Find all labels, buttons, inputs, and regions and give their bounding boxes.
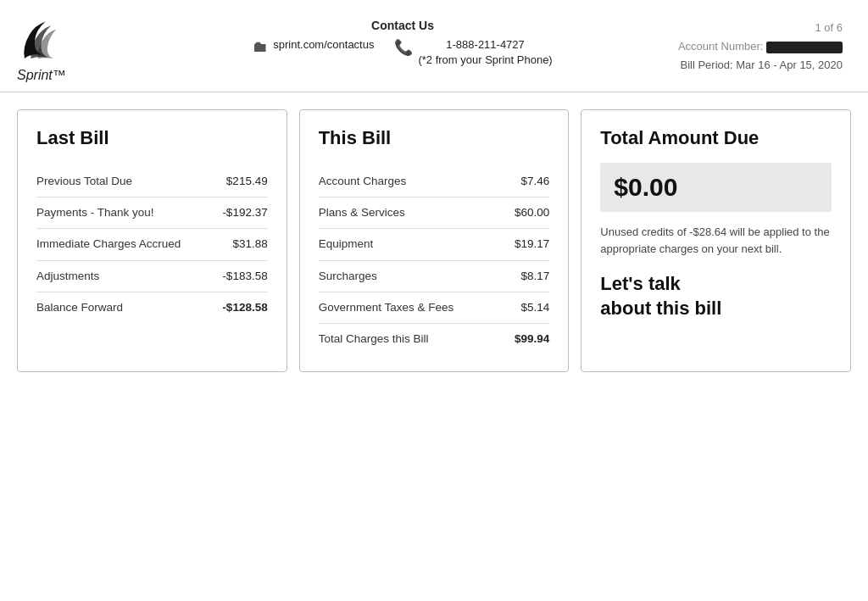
this-bill-item-1: Plans & Services $60.00	[319, 198, 550, 229]
phone-note: (*2 from your Sprint Phone)	[418, 53, 552, 68]
this-bill-value-2: $19.17	[515, 237, 549, 250]
contact-us-section: Contact Us 🖿 sprint.com/contactus 📞 1-88…	[127, 15, 678, 68]
this-bill-value-0: $7.46	[521, 175, 550, 187]
account-number-label: Account Number:	[678, 40, 763, 53]
logo-area: Sprint™	[17, 15, 93, 83]
total-amount-box: $0.00	[600, 163, 832, 212]
last-bill-item-0: Previous Total Due $215.49	[36, 166, 268, 198]
phone-contact: 📞 1-888-211-4727 (*2 from your Sprint Ph…	[394, 37, 552, 68]
last-bill-label-3: Adjustments	[36, 269, 222, 284]
this-bill-item-3: Surcharges $8.17	[319, 261, 550, 292]
this-bill-label-2: Equipment	[319, 237, 515, 252]
last-bill-item-3: Adjustments -$183.58	[36, 261, 268, 292]
this-bill-label-5: Total Charges this Bill	[319, 331, 515, 347]
account-info: 1 of 6 Account Number: Bill Period: Mar …	[678, 15, 843, 75]
last-bill-value-3: -$183.58	[222, 270, 267, 282]
web-icon: 🖿	[253, 38, 268, 56]
web-label: sprint.com/contactus	[273, 37, 374, 53]
main-content: Last Bill Previous Total Due $215.49 Pay…	[0, 92, 868, 389]
this-bill-value-4: $5.14	[521, 301, 550, 314]
this-bill-card: This Bill Account Charges $7.46 Plans & …	[299, 109, 570, 372]
account-number-row: Account Number:	[678, 37, 843, 56]
header: Sprint™ Contact Us 🖿 sprint.com/contactu…	[0, 0, 868, 92]
last-bill-card: Last Bill Previous Total Due $215.49 Pay…	[17, 109, 287, 372]
this-bill-value-3: $8.17	[521, 270, 550, 282]
last-bill-item-2: Immediate Charges Accrued $31.88	[36, 229, 268, 260]
this-bill-label-3: Surcharges	[319, 269, 521, 284]
this-bill-title: This Bill	[319, 127, 550, 149]
sprint-logo-icon	[17, 15, 68, 66]
this-bill-item-5: Total Charges this Bill $99.94	[319, 324, 550, 354]
last-bill-item-4: Balance Forward -$128.58	[36, 292, 268, 323]
sprint-logo-text: Sprint™	[17, 68, 66, 83]
phone-info: 1-888-211-4727 (*2 from your Sprint Phon…	[418, 37, 552, 68]
web-contact: 🖿 sprint.com/contactus	[253, 37, 374, 56]
phone-number: 1-888-211-4727	[418, 37, 552, 53]
last-bill-label-2: Immediate Charges Accrued	[36, 237, 232, 252]
total-due-title: Total Amount Due	[600, 127, 832, 149]
this-bill-item-2: Equipment $19.17	[319, 229, 550, 260]
lets-talk-heading: Let's talk about this bill	[600, 272, 832, 320]
last-bill-value-2: $31.88	[232, 237, 267, 250]
lets-talk-line2: about this bill	[600, 297, 832, 321]
total-due-card: Total Amount Due $0.00 Unused credits of…	[581, 109, 851, 372]
lets-talk-line1: Let's talk	[600, 272, 832, 297]
last-bill-label-0: Previous Total Due	[36, 174, 226, 189]
last-bill-title: Last Bill	[36, 127, 268, 149]
contact-methods: 🖿 sprint.com/contactus 📞 1-888-211-4727 …	[127, 37, 678, 68]
this-bill-label-0: Account Charges	[319, 174, 521, 189]
this-bill-value-1: $60.00	[515, 206, 549, 219]
this-bill-label-1: Plans & Services	[319, 205, 515, 220]
phone-icon: 📞	[394, 38, 413, 57]
last-bill-item-1: Payments - Thank you! -$192.37	[36, 198, 268, 229]
page-number: 1 of 6	[678, 19, 843, 37]
last-bill-value-1: -$192.37	[222, 206, 267, 219]
this-bill-item-0: Account Charges $7.46	[319, 166, 550, 198]
last-bill-value-0: $215.49	[226, 175, 268, 187]
account-number-value	[766, 42, 843, 53]
last-bill-label-4: Balance Forward	[36, 300, 222, 315]
this-bill-label-4: Government Taxes & Fees	[319, 300, 521, 315]
this-bill-value-5: $99.94	[515, 332, 549, 345]
this-bill-item-4: Government Taxes & Fees $5.14	[319, 292, 550, 324]
contact-us-title: Contact Us	[127, 19, 678, 32]
bill-period: Bill Period: Mar 16 - Apr 15, 2020	[678, 56, 843, 75]
unused-credits-text: Unused credits of -$28.64 will be applie…	[600, 224, 832, 257]
last-bill-value-4: -$128.58	[222, 301, 267, 314]
last-bill-label-1: Payments - Thank you!	[36, 205, 222, 220]
total-amount-value: $0.00	[614, 173, 677, 201]
